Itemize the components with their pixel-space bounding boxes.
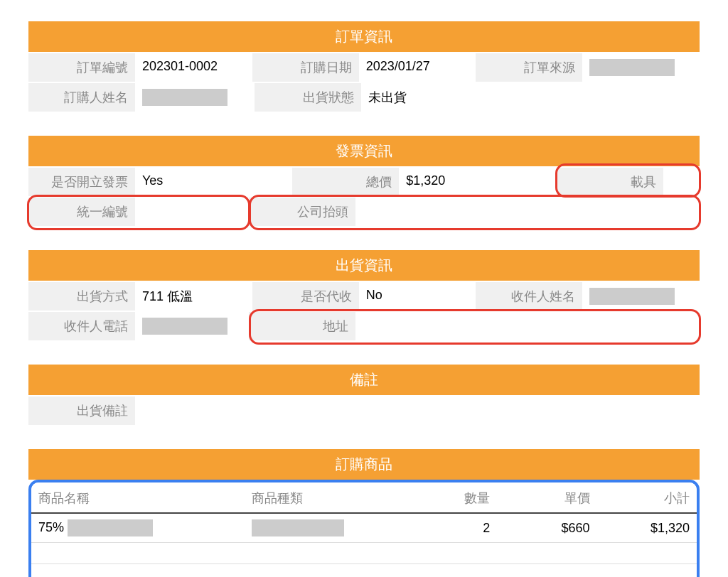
value-issue-invoice: Yes [135, 166, 292, 196]
table-row [31, 543, 697, 564]
label-address: 地址 [249, 311, 355, 340]
label-carrier: 載具 [557, 166, 663, 196]
value-address [355, 311, 700, 340]
order-info-section: 訂單資訊 訂單編號 202301-0002 訂購日期 2023/01/27 訂單… [28, 21, 700, 112]
value-cod: No [359, 281, 476, 311]
table-row [31, 564, 697, 578]
value-order-source [582, 52, 700, 82]
label-recipient: 收件人姓名 [476, 281, 582, 311]
label-ship-method: 出貨方式 [28, 281, 135, 311]
ship-row-2: 收件人電話 地址 [28, 311, 700, 340]
value-carrier [663, 166, 700, 196]
label-cod: 是否代收 [252, 281, 359, 311]
value-recipient [582, 281, 700, 311]
redacted-block [589, 59, 675, 76]
address-pair: 地址 [249, 311, 700, 340]
redacted-block [142, 318, 228, 335]
cell-name: 75% [31, 513, 245, 543]
order-info-row-2: 訂購人姓名 出貨狀態 未出貨 [28, 82, 700, 112]
value-ship-status: 未出貨 [361, 82, 700, 112]
products-table: 商品名稱 商品種類 數量 單價 小計 75% 2 $ [31, 482, 697, 577]
label-order-source: 訂單來源 [476, 52, 582, 82]
ship-info-header: 出貨資訊 [28, 250, 700, 281]
products-highlight: 商品名稱 商品種類 數量 單價 小計 75% 2 $ [28, 480, 700, 577]
table-row: 75% 2 $660 $1,320 [31, 513, 697, 543]
remark-section: 備註 出貨備註 [28, 365, 700, 425]
redacted-block [68, 519, 153, 536]
name-prefix: 75% [38, 520, 64, 534]
label-ship-status: 出貨狀態 [255, 82, 361, 112]
invoice-row-2: 統一編號 公司抬頭 [28, 196, 700, 226]
label-order-date: 訂購日期 [252, 52, 359, 82]
label-issue-invoice: 是否開立發票 [28, 166, 135, 196]
cell-kind [245, 513, 405, 543]
col-qty: 數量 [404, 482, 497, 513]
col-name: 商品名稱 [31, 482, 245, 513]
cell-qty: 2 [404, 513, 497, 543]
label-company: 公司抬頭 [249, 196, 355, 226]
label-vat: 統一編號 [28, 196, 135, 226]
cell-sub: $1,320 [597, 513, 697, 543]
col-sub: 小計 [597, 482, 697, 513]
value-phone [135, 311, 249, 340]
label-ship-remark: 出貨備註 [28, 395, 135, 425]
value-total: $1,320 [399, 166, 556, 196]
col-kind: 商品種類 [245, 482, 405, 513]
order-info-row-1: 訂單編號 202301-0002 訂購日期 2023/01/27 訂單來源 [28, 52, 700, 82]
label-total: 總價 [292, 166, 399, 196]
cell-price: $660 [497, 513, 596, 543]
value-company [355, 196, 700, 226]
remark-header: 備註 [28, 365, 700, 395]
redacted-block [252, 519, 344, 536]
products-header: 訂購商品 [28, 449, 700, 480]
order-info-header: 訂單資訊 [28, 21, 700, 52]
ship-row-1: 出貨方式 711 低溫 是否代收 No 收件人姓名 [28, 281, 700, 311]
invoice-info-section: 發票資訊 是否開立發票 Yes 總價 $1,320 載具 統一編號 公司抬頭 [28, 136, 700, 226]
invoice-info-header: 發票資訊 [28, 136, 700, 166]
remark-row: 出貨備註 [28, 395, 700, 425]
company-pair: 公司抬頭 [249, 196, 700, 226]
label-phone: 收件人電話 [28, 311, 135, 340]
value-order-date: 2023/01/27 [359, 52, 476, 82]
col-price: 單價 [497, 482, 596, 513]
value-ship-remark [135, 395, 700, 425]
vat-pair: 統一編號 [28, 196, 249, 226]
value-vat [135, 196, 249, 226]
label-buyer-name: 訂購人姓名 [28, 82, 135, 112]
ship-info-section: 出貨資訊 出貨方式 711 低溫 是否代收 No 收件人姓名 收件人電話 地址 [28, 250, 700, 340]
carrier-pair: 載具 [557, 166, 700, 196]
redacted-block [142, 89, 228, 106]
label-order-no: 訂單編號 [28, 52, 135, 82]
invoice-row-1: 是否開立發票 Yes 總價 $1,320 載具 [28, 166, 700, 196]
products-section: 訂購商品 商品名稱 商品種類 數量 單價 小計 75% [28, 449, 700, 577]
value-ship-method: 711 低溫 [135, 281, 252, 311]
redacted-block [589, 288, 675, 305]
value-order-no: 202301-0002 [135, 52, 252, 82]
value-buyer-name [135, 82, 255, 112]
